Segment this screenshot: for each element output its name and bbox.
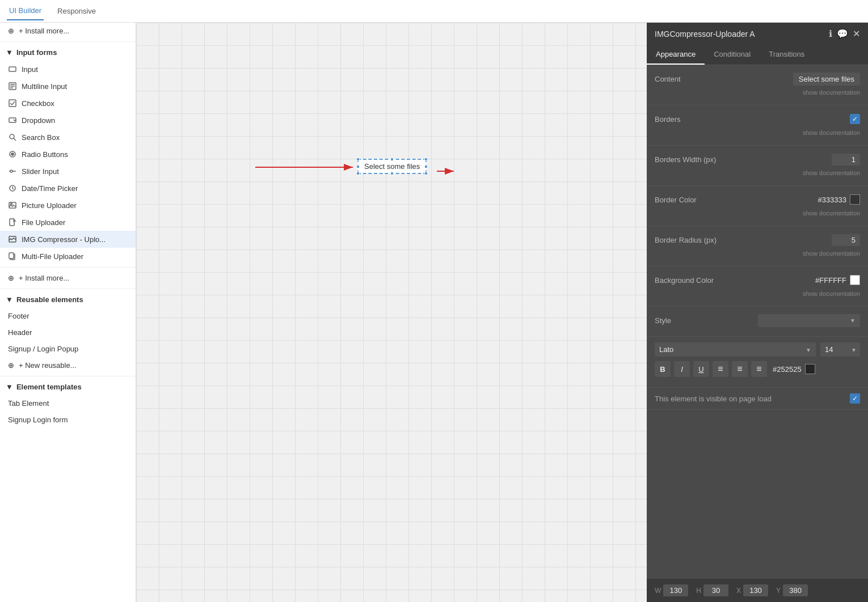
border-color-swatch[interactable] [850,194,860,205]
handle-bc[interactable] [390,172,394,175]
sidebar-item-radio[interactable]: Radio Buttons [0,146,136,163]
install-more-top[interactable]: ⊕ + Install more... [0,23,136,39]
chat-icon[interactable]: 💬 [837,28,848,39]
border-color-doc-link[interactable]: show documentation [655,210,860,217]
style-dropdown[interactable] [758,314,860,327]
sidebar-item-dropdown[interactable]: Dropdown [0,112,136,129]
sidebar-item-search[interactable]: Search Box [0,129,136,146]
element-templates-section[interactable]: ▼ Element templates [0,379,136,395]
borders-doc-link[interactable]: show documentation [655,129,860,136]
sidebar-item-picture[interactable]: Picture Uploader [0,197,136,214]
top-bar: UI Builder Responsive [0,0,868,23]
sidebar-item-datetime[interactable]: Date/Time Picker [0,180,136,197]
close-icon[interactable]: ✕ [853,28,860,39]
sidebar-item-file[interactable]: File Uploader [0,214,136,231]
align-left-button[interactable]: ≡ [713,361,728,377]
handle-br[interactable] [424,172,428,175]
border-radius-input[interactable] [832,234,860,246]
borders-width-doc-link[interactable]: show documentation [655,169,860,176]
sidebar-item-tab-element[interactable]: Tab Element [0,395,136,412]
text-color-swatch[interactable] [805,364,815,374]
tab-appearance[interactable]: Appearance [647,45,705,65]
tab-responsive[interactable]: Responsive [55,2,98,20]
dim-h: H [696,584,728,596]
plus-icon-3: ⊕ [8,361,14,370]
style-section: Style [647,307,868,337]
tab-transitions[interactable]: Transitions [760,45,814,65]
borders-width-label: Borders Width (px) [655,155,832,164]
bg-color-swatch[interactable] [850,275,860,285]
bg-color-section: Background Color #FFFFFF show documentat… [647,266,868,307]
sidebar-item-imgcompressor[interactable]: IMG Compressor - Uplo... [0,231,136,248]
sidebar-item-signup-popup[interactable]: Signup / Login Popup [0,341,136,357]
install-more-bottom[interactable]: ⊕ + Install more... [0,270,136,286]
dim-h-label: H [696,587,701,595]
panel-tabs: Appearance Conditional Transitions [647,45,868,65]
sidebar-item-header[interactable]: Header [0,324,136,341]
img-compressor-icon [8,235,17,244]
collapse-icon: ▼ [6,48,13,57]
sidebar-item-signup-form[interactable]: Signup Login form [0,412,136,428]
dim-w-input[interactable] [663,584,688,596]
tab-conditional[interactable]: Conditional [705,45,760,65]
bg-color-doc-link[interactable]: show documentation [655,290,860,297]
sidebar-item-checkbox[interactable]: Checkbox [0,95,136,112]
bg-color-row: Background Color #FFFFFF [655,272,860,288]
input-forms-section[interactable]: ▼ Input forms [0,44,136,61]
visible-label: This element is visible on page load [655,395,772,403]
svg-rect-14 [9,202,16,208]
new-reusable[interactable]: ⊕ + New reusable... [0,357,136,374]
align-center-button[interactable]: ≡ [732,361,748,377]
picture-icon [8,201,17,210]
main-layout: ⊕ + Install more... ▼ Input forms Input … [0,23,868,602]
tab-ui-builder[interactable]: UI Builder [7,2,44,20]
borders-row: Borders ✓ [655,111,860,127]
sidebar-item-input[interactable]: Input [0,61,136,78]
border-radius-section: Border Radius (px) show documentation [647,226,868,266]
sidebar-item-slider[interactable]: Slider Input [0,163,136,180]
properties-panel: IMGCompressor-Uploader A ℹ 💬 ✕ Appearanc… [647,23,868,602]
bg-color-value: #FFFFFF [815,275,860,285]
border-color-row: Border Color #333333 [655,192,860,207]
dim-h-input[interactable] [703,584,728,596]
borders-section: Borders ✓ show documentation [647,105,868,146]
sidebar-item-multifile[interactable]: Multi-File Uploader [0,248,136,265]
svg-point-12 [10,170,12,172]
font-size-dropdown[interactable]: 14 [820,342,860,357]
dim-x-input[interactable] [743,584,768,596]
info-icon[interactable]: ℹ [829,28,832,39]
border-radius-row: Border Radius (px) [655,232,860,248]
bold-button[interactable]: B [655,361,671,377]
handle-tc[interactable] [390,158,394,161]
content-label: Content [655,75,793,83]
font-family-dropdown[interactable]: Lato [655,342,816,357]
dim-y-input[interactable] [783,584,808,596]
style-dropdown-wrapper [758,314,860,327]
handle-tr[interactable] [424,158,428,161]
border-color-value: #333333 [818,194,860,205]
search-icon [8,133,17,142]
underline-button[interactable]: U [693,361,709,377]
content-button[interactable]: Select some files [793,73,860,86]
handle-ml[interactable] [356,165,360,168]
handle-tl[interactable] [356,158,360,161]
italic-button[interactable]: I [674,361,690,377]
handle-mr[interactable] [424,165,428,168]
dim-w: W [655,584,688,596]
content-doc-link[interactable]: show documentation [655,89,860,96]
svg-line-8 [14,138,16,141]
font-row: Lato 14 [655,342,860,357]
canvas-element[interactable]: Select some files [357,159,427,174]
sidebar-item-footer[interactable]: Footer [0,308,136,324]
borders-width-input[interactable] [832,154,860,166]
borders-checkbox[interactable]: ✓ [850,114,860,124]
handle-bl[interactable] [356,172,360,175]
border-radius-doc-link[interactable]: show documentation [655,250,860,257]
reusable-elements-section[interactable]: ▼ Reusable elements [0,291,136,308]
canvas-area[interactable]: Select some files [136,23,647,602]
sidebar-item-multiline[interactable]: Multiline Input [0,78,136,95]
borders-width-section: Borders Width (px) show documentation [647,146,868,186]
align-right-button[interactable]: ≡ [751,361,767,377]
dim-x-label: X [736,587,741,595]
visible-checkbox[interactable]: ✓ [850,393,860,404]
